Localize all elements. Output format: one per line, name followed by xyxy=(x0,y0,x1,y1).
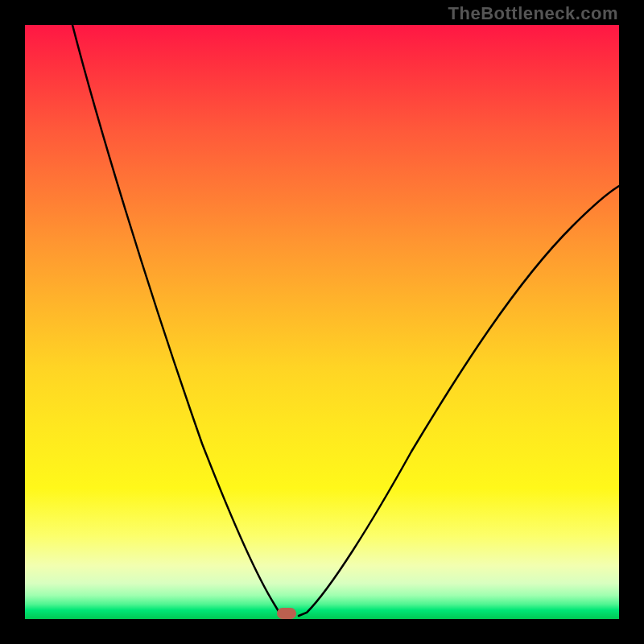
bottleneck-curve xyxy=(25,25,619,619)
plot-area xyxy=(25,25,619,619)
curve-right xyxy=(299,186,619,616)
chart-frame: TheBottleneck.com xyxy=(0,0,644,644)
curve-left xyxy=(72,25,291,616)
attribution-label: TheBottleneck.com xyxy=(448,3,618,24)
optimal-marker xyxy=(277,608,296,619)
